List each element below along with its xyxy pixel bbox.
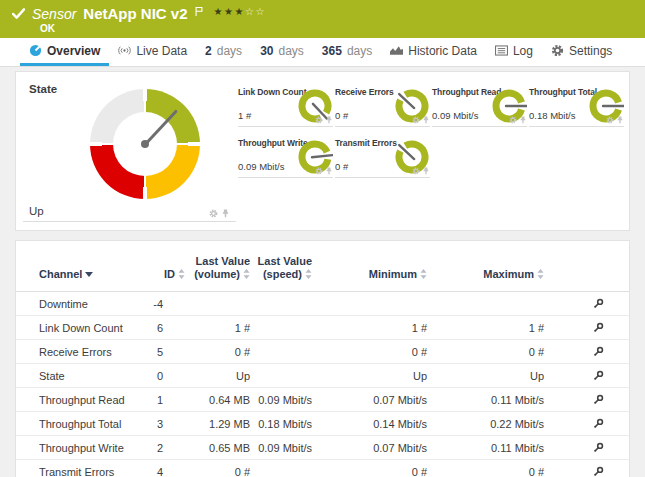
flag-icon[interactable] xyxy=(195,6,203,17)
gauge-icon xyxy=(29,44,42,57)
channel-settings-icon[interactable] xyxy=(593,370,604,381)
channel-row[interactable]: Throughput Read10.64 MB0.09 Mbit/s0.07 M… xyxy=(16,388,629,412)
channel-row[interactable]: Throughput Total31.29 MB0.18 Mbit/s0.14 … xyxy=(16,412,629,436)
tab-number: 2 xyxy=(205,44,212,58)
cell-id: 3 xyxy=(139,418,185,430)
pin-icon[interactable] xyxy=(422,167,430,175)
gauge-panel-transmit-errors[interactable]: Transmit Errors0 # xyxy=(335,133,432,178)
cell-speed: 0.18 Mbit/s xyxy=(250,418,312,430)
state-gauge xyxy=(90,89,200,199)
gear-icon[interactable] xyxy=(606,116,614,124)
channel-row[interactable]: Receive Errors50 #0 #0 # xyxy=(16,340,629,364)
gear-icon[interactable] xyxy=(509,116,517,124)
cell-max: 0.22 Mbit/s xyxy=(427,418,544,430)
column-header-last-value-volume[interactable]: Last Value(volume) xyxy=(185,255,250,281)
gauge-value: 0 # xyxy=(335,110,348,121)
gauge-panel-throughput-write[interactable]: Throughput Write0.09 Mbit/s xyxy=(238,133,335,178)
cell-id: -4 xyxy=(139,298,185,310)
cell-vol: 0 # xyxy=(185,466,250,477)
star-empty-icon[interactable]: ☆ xyxy=(255,6,265,17)
panel-actions xyxy=(209,209,230,218)
gauge-value: 0 # xyxy=(335,161,348,172)
tab-365-days[interactable]: 365days xyxy=(313,38,381,66)
tab-2-days[interactable]: 2days xyxy=(196,38,251,66)
gauge-value: 1 # xyxy=(238,110,251,121)
tab-label: Log xyxy=(513,44,533,58)
gear-icon[interactable] xyxy=(315,116,323,124)
tab-log[interactable]: Log xyxy=(486,38,542,66)
column-header-minimum[interactable]: Minimum xyxy=(312,268,427,281)
column-label: Last Value(speed) xyxy=(258,255,312,280)
pin-icon[interactable] xyxy=(325,116,333,124)
gauge-panel-receive-errors[interactable]: Receive Errors0 # xyxy=(335,82,432,127)
gauge-value: 0.18 Mbit/s xyxy=(529,110,575,121)
cell-vol: Up xyxy=(185,370,250,382)
tab-live-data[interactable]: Live Data xyxy=(109,38,196,66)
cell-max: 1 # xyxy=(427,322,544,334)
divider xyxy=(238,177,333,178)
state-gauge-panel[interactable]: State Up xyxy=(16,72,238,230)
star-filled-icon[interactable]: ★ xyxy=(214,6,224,17)
channel-row[interactable]: State0UpUpUp xyxy=(16,364,629,388)
star-filled-icon[interactable]: ★ xyxy=(224,6,234,17)
channel-row[interactable]: Link Down Count61 #1 #1 # xyxy=(16,316,629,340)
divider xyxy=(238,126,333,127)
column-header-last-value-speed[interactable]: Last Value(speed) xyxy=(250,255,312,281)
cell-min: 0 # xyxy=(312,466,427,477)
pin-icon[interactable] xyxy=(519,116,527,124)
cell-channel: Downtime xyxy=(39,298,139,310)
column-header-id[interactable]: ID xyxy=(139,268,185,281)
column-header-channel[interactable]: Channel xyxy=(39,268,139,281)
gauge-label: State xyxy=(29,83,57,95)
cell-min: 1 # xyxy=(312,322,427,334)
channel-settings-icon[interactable] xyxy=(593,442,604,453)
divider xyxy=(529,126,624,127)
channel-settings-icon[interactable] xyxy=(593,298,604,309)
tab-number: 30 xyxy=(260,44,273,58)
panel-actions xyxy=(509,116,527,124)
gauge-panel-throughput-total[interactable]: Throughput Total0.18 Mbit/s xyxy=(529,82,626,127)
gauge-panel-throughput-read[interactable]: Throughput Read0.09 Mbit/s xyxy=(432,82,529,127)
channel-row[interactable]: Throughput Write20.65 MB0.09 Mbit/s0.07 … xyxy=(16,436,629,460)
tab-number: 365 xyxy=(322,44,342,58)
divider xyxy=(335,126,430,127)
star-empty-icon[interactable]: ☆ xyxy=(245,6,255,17)
tab-historic-data[interactable]: Historic Data xyxy=(381,38,486,66)
channel-row[interactable]: Downtime-4 xyxy=(16,292,629,316)
tab-label: Settings xyxy=(569,44,612,58)
column-label: ID xyxy=(164,268,175,280)
gauge-panel-link-down-count[interactable]: Link Down Count1 # xyxy=(238,82,335,127)
gauge-pivot xyxy=(141,140,149,148)
channel-settings-icon[interactable] xyxy=(593,418,604,429)
table-header: ChannelIDLast Value(volume)Last Value(sp… xyxy=(16,255,629,292)
sort-icon xyxy=(243,269,250,279)
sort-icon xyxy=(420,269,427,279)
gear-icon[interactable] xyxy=(209,209,218,218)
channel-settings-icon[interactable] xyxy=(593,322,604,333)
channel-settings-icon[interactable] xyxy=(593,346,604,357)
pin-icon[interactable] xyxy=(616,116,624,124)
sensor-header-row: Sensor NetApp NIC v2 ★★★☆☆ xyxy=(12,5,645,22)
channel-row[interactable]: Transmit Errors40 #0 #0 # xyxy=(16,460,629,477)
cell-vol: 0 # xyxy=(185,346,250,358)
gear-icon[interactable] xyxy=(315,167,323,175)
gear-icon[interactable] xyxy=(412,116,420,124)
pin-icon[interactable] xyxy=(422,116,430,124)
gear-icon[interactable] xyxy=(412,167,420,175)
panel-actions xyxy=(606,116,624,124)
tab-overview[interactable]: Overview xyxy=(20,38,109,66)
star-filled-icon[interactable]: ★ xyxy=(234,6,244,17)
tab-settings[interactable]: Settings xyxy=(542,38,621,66)
tab-30-days[interactable]: 30days xyxy=(251,38,313,66)
cell-channel: Receive Errors xyxy=(39,346,139,358)
pin-icon[interactable] xyxy=(325,167,333,175)
cell-id: 5 xyxy=(139,346,185,358)
cell-min: 0 # xyxy=(312,346,427,358)
column-header-maximum[interactable]: Maximum xyxy=(427,268,544,281)
priority-stars[interactable]: ★★★☆☆ xyxy=(214,6,266,17)
cell-speed: 0.09 Mbit/s xyxy=(250,394,312,406)
channel-settings-icon[interactable] xyxy=(593,394,604,405)
channel-settings-icon[interactable] xyxy=(593,466,604,477)
tab-label: days xyxy=(347,44,372,58)
pin-icon[interactable] xyxy=(221,209,230,218)
